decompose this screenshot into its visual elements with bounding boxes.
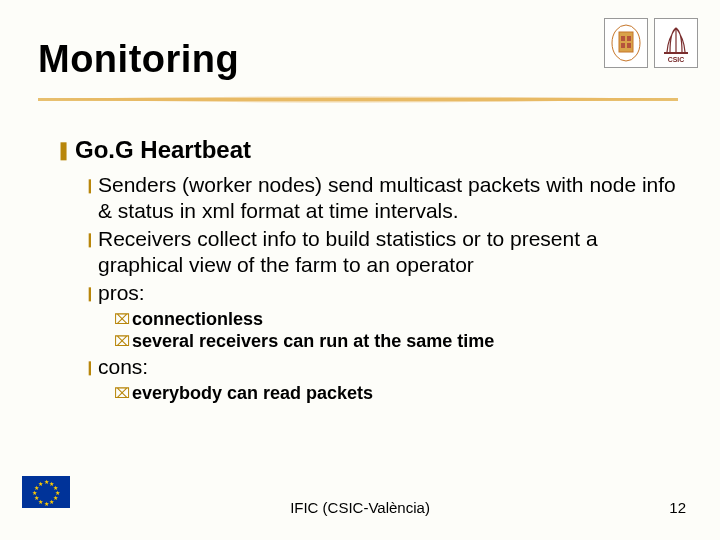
page-number: 12	[669, 499, 686, 516]
bullet-text: several receivers can run at the same ti…	[132, 330, 494, 352]
bullet-level3: ⌧ several receivers can run at the same …	[114, 330, 680, 352]
bullet-text: cons:	[98, 354, 148, 380]
bullet-icon: ⌧	[114, 382, 130, 404]
svg-rect-1	[619, 32, 633, 52]
bullet-text: Senders (worker nodes) send multicast pa…	[98, 172, 680, 224]
bullet-text: Receivers collect info to build statisti…	[98, 226, 680, 278]
svg-text:CSIC: CSIC	[668, 56, 685, 63]
bullet-level2: ❙ cons:	[84, 354, 680, 380]
bullet-level2: ❙ pros:	[84, 280, 680, 306]
footer-affiliation: IFIC (CSIC-València)	[0, 499, 720, 516]
bullet-icon: ❙	[84, 280, 96, 306]
svg-rect-3	[627, 36, 631, 41]
bullet-icon: ⌧	[114, 308, 130, 330]
bullet-level2: ❙ Senders (worker nodes) send multicast …	[84, 172, 680, 224]
svg-rect-5	[627, 43, 631, 48]
bullet-icon: ❙	[84, 354, 96, 380]
bullet-text: Go.G Heartbeat	[75, 136, 251, 164]
title-underline	[38, 94, 678, 108]
bullet-level3: ⌧ connectionless	[114, 308, 680, 330]
bullet-icon: ❚	[56, 136, 71, 164]
bullet-icon: ⌧	[114, 330, 130, 352]
bullet-text: pros:	[98, 280, 145, 306]
bullet-icon: ❙	[84, 226, 96, 252]
bullet-text: everybody can read packets	[132, 382, 373, 404]
bullet-level2: ❙ Receivers collect info to build statis…	[84, 226, 680, 278]
slide-content: ❚ Go.G Heartbeat ❙ Senders (worker nodes…	[56, 136, 680, 406]
slide-title: Monitoring	[38, 38, 239, 81]
header-logos: CSIC	[604, 18, 698, 68]
logo-university	[604, 18, 648, 68]
svg-rect-4	[621, 43, 625, 48]
svg-rect-2	[621, 36, 625, 41]
bullet-text: connectionless	[132, 308, 263, 330]
bullet-icon: ❙	[84, 172, 96, 198]
bullet-level3: ⌧ everybody can read packets	[114, 382, 680, 404]
svg-rect-6	[664, 52, 688, 54]
logo-csic: CSIC	[654, 18, 698, 68]
bullet-level1: ❚ Go.G Heartbeat	[56, 136, 680, 164]
